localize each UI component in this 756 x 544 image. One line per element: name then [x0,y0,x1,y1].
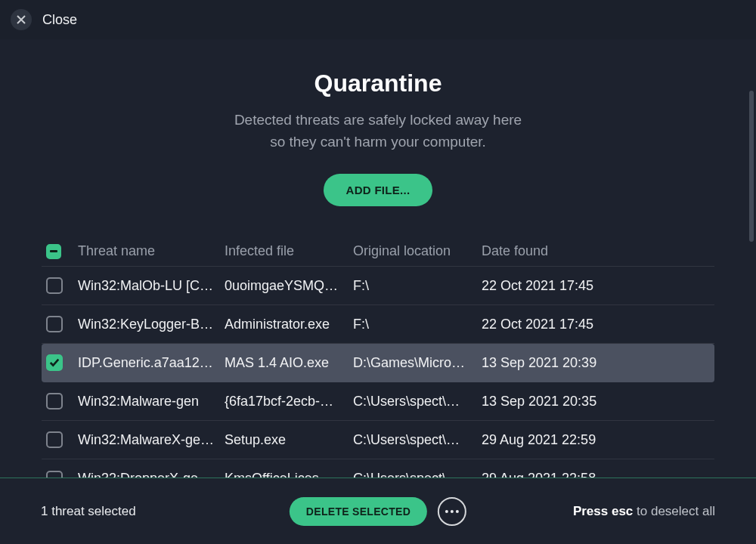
quarantine-table: Threat name Infected file Original locat… [42,236,714,498]
subtitle-line-1: Detected threats are safely locked away … [234,112,522,128]
cell-location: D:\Games\Micro… [353,355,482,371]
cell-location: F:\ [353,317,482,332]
scrollbar[interactable] [749,91,754,242]
close-button[interactable] [11,9,32,30]
more-actions-button[interactable] [438,497,466,526]
action-bar: 1 threat selected DELETE SELECTED Press … [0,478,756,544]
row-checkbox[interactable] [46,277,63,294]
table-row[interactable]: IDP.Generic.a7aa12…MAS 1.4 AIO.exeD:\Gam… [42,344,714,382]
table-row[interactable]: Win32:MalwareX-ge…Setup.exeC:\Users\spec… [42,421,714,459]
cell-location: C:\Users\spect\… [353,394,482,410]
cell-file: Setup.exe [225,432,353,448]
cell-file: MAS 1.4 AIO.exe [225,355,353,371]
close-icon [17,15,26,24]
table-header-row: Threat name Infected file Original locat… [42,236,714,267]
dots-icon [445,510,448,513]
page-subtitle: Detected threats are safely locked away … [0,110,756,153]
cell-date: 22 Oct 2021 17:45 [482,278,713,294]
deselect-hint: Press esc to deselect all [573,504,715,519]
subtitle-line-2: so they can't harm your computer. [270,134,486,150]
close-label: Close [42,12,77,28]
row-checkbox[interactable] [46,393,63,410]
cell-date: 29 Aug 2021 22:59 [482,432,713,448]
col-header-file[interactable]: Infected file [225,243,353,259]
row-checkbox[interactable] [46,316,63,332]
add-file-button[interactable]: ADD FILE... [324,174,433,206]
cell-threat: Win32:MalwareX-ge… [78,432,225,448]
cell-file: {6fa17bcf-2ecb-… [225,394,353,410]
col-header-location[interactable]: Original location [353,243,482,259]
table-row[interactable]: Win32:KeyLogger-B…Administrator.exeF:\22… [42,305,714,344]
cell-file: 0uoimgaeYSMQ… [225,278,353,294]
page-title: Quarantine [0,70,756,97]
cell-date: 13 Sep 2021 20:39 [482,355,713,371]
row-checkbox[interactable] [46,354,63,371]
cell-date: 13 Sep 2021 20:35 [482,394,713,410]
esc-key-label: Press esc [573,504,633,518]
cell-threat: IDP.Generic.a7aa12… [78,355,225,371]
delete-selected-button[interactable]: DELETE SELECTED [290,497,427,526]
selected-count: 1 threat selected [41,504,136,519]
select-all-checkbox[interactable] [46,244,61,259]
cell-date: 22 Oct 2021 17:45 [482,317,713,332]
cell-threat: Win32:MalOb-LU [C… [78,278,225,294]
cell-file: Administrator.exe [225,317,353,332]
cell-location: F:\ [353,278,482,294]
check-icon [49,357,60,368]
table-row[interactable]: Win32:Malware-gen{6fa17bcf-2ecb-…C:\User… [42,382,714,421]
row-checkbox[interactable] [46,431,63,448]
col-header-date[interactable]: Date found [482,243,713,259]
cell-location: C:\Users\spect\… [353,432,482,448]
cell-threat: Win32:Malware-gen [78,394,225,410]
col-header-threat[interactable]: Threat name [78,243,225,259]
table-row[interactable]: Win32:MalOb-LU [C…0uoimgaeYSMQ…F:\22 Oct… [42,267,714,305]
cell-threat: Win32:KeyLogger-B… [78,317,225,332]
